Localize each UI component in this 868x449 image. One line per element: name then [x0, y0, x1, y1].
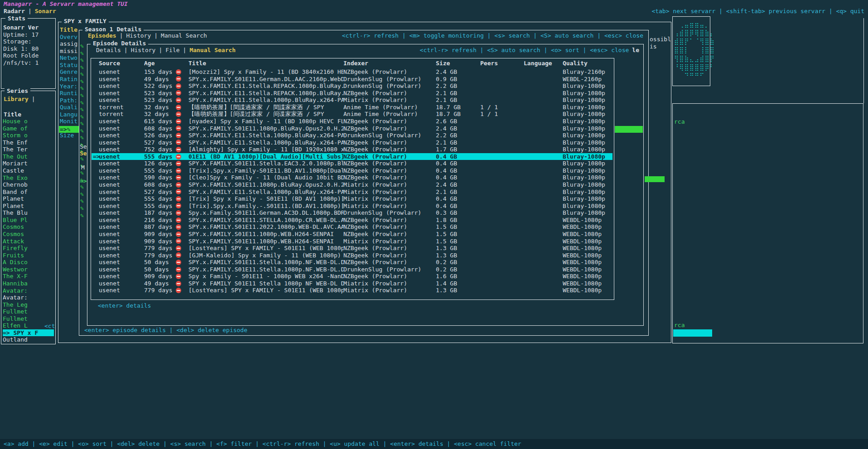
series-list-item[interactable]: Moriart [3, 160, 54, 167]
table-row[interactable]: usenet522 daysSPY.x.FAMILY.E11.Stella.RE… [92, 82, 612, 90]
table-row[interactable]: usenet608 daysSPY.x.FAMILY.S01E11.1080p.… [92, 125, 612, 132]
table-row[interactable]: usenet50 daysSPY.x.FAMILY.S01E11.Stella.… [92, 259, 612, 266]
table-row[interactable]: usenet49 daysSPY x FAMILY S01E11 Stella … [92, 280, 612, 287]
series-list-item[interactable]: Hanniba [3, 280, 54, 287]
series-list-item[interactable]: Firefly [3, 245, 54, 252]
tab-manual-search[interactable]: Manual Search [189, 47, 236, 54]
cell-indexer: NZBgeek (Prowlarr) [343, 146, 436, 153]
table-row[interactable]: usenet527 daysSPY.x.FAMILY.E11.Stella.10… [92, 139, 612, 146]
table-row[interactable]: usenet526 daysSPY.x.FAMILY.E11.Stella.10… [92, 132, 612, 139]
table-row[interactable]: usenet50 daysSPY.x.FAMILY.S01E11.Stella.… [92, 266, 612, 273]
table-row[interactable]: usenet555 days[Trix] Spy x Family - S01E… [92, 195, 612, 203]
cell-source: usenet [99, 245, 144, 252]
tab-sonarr[interactable]: Sonarr [35, 8, 56, 15]
series-list-item[interactable]: Cosmos [3, 223, 54, 231]
tab-history[interactable]: History [126, 32, 151, 39]
logo-dots-row: ⢠⣾⣿⡿⢿⣿⣷⡄ [674, 29, 715, 37]
table-row[interactable]: usenet49 daysSPY.x.FAMILY.S01E11.German.… [92, 76, 612, 83]
tab-manual-search[interactable]: Manual Search [161, 32, 207, 39]
servarr-tabs: Radarr | Sonarr [4, 8, 56, 15]
cell-title: Spy.x.Family.S01E11.German.AC3D.DL.1080p… [188, 209, 343, 217]
table-row[interactable]: usenet779 days[LostYears] SPY x FAMILY -… [92, 245, 612, 252]
cell-source: usenet [99, 195, 144, 203]
tab-library[interactable]: Library [4, 96, 29, 103]
series-list-item[interactable]: Fruits [3, 252, 54, 259]
cell-size: 0.4 GB [436, 160, 480, 167]
series-list-item[interactable]: Band of [3, 188, 54, 196]
table-row[interactable]: torrent32 days【喵萌奶茶屋】[間諜過家家 / 間諜家家酒 / SP… [92, 104, 612, 111]
occluded-selection-arrow: => [80, 178, 87, 185]
table-row[interactable]: usenet909 daysSPY.x.FAMILY.S01E11.1080p.… [92, 238, 612, 245]
cell-title: 【喵萌奶茶屋】[间谍过家家 / 间谍家家酒 / SPY [188, 111, 343, 118]
series-list-item[interactable]: Planet [3, 195, 54, 203]
table-row[interactable]: usenet752 days[Almighty] Spy x Family - … [92, 146, 612, 153]
series-list-item[interactable]: The Blu [3, 209, 54, 217]
series-list-item[interactable]: Avatar: [3, 294, 54, 301]
table-row[interactable]: =>usenet555 days01E11 (BD AV1 1080p)[Dua… [92, 153, 612, 160]
table-row[interactable]: usenet779 days[GJM-Kaleido] Spy x Family… [92, 252, 612, 259]
tab-history[interactable]: History [131, 47, 156, 54]
table-row[interactable]: usenet779 days[LostYears] SPY x FAMILY -… [92, 287, 612, 294]
table-row[interactable]: torrent32 days【喵萌奶茶屋】[间谍过家家 / 间谍家家酒 / SP… [92, 111, 612, 118]
cell-size: 2.1 GB [436, 139, 480, 146]
series-list-item[interactable]: Fullmet [3, 308, 54, 315]
cell-indexer: NZBgeek (Prowlarr) [343, 174, 436, 181]
cell-size: 2.1 GB [436, 97, 480, 104]
table-row[interactable]: usenet523 daysSPY.x.FAMILY.E11.Stella.10… [92, 97, 612, 104]
series-list-item[interactable]: Avatar: [3, 287, 54, 295]
series-list-item[interactable]: Outland [3, 336, 54, 343]
series-list-item[interactable]: Blue Pl [3, 217, 54, 224]
series-list-item[interactable]: The Exo [3, 174, 54, 182]
cell-pad [92, 104, 99, 111]
series-list-item[interactable]: Attack [3, 238, 54, 245]
series-list-item[interactable]: Chernob [3, 181, 54, 188]
table-row[interactable]: usenet909 daysSpy x Family - S01E11 - 10… [92, 273, 612, 280]
series-list-item[interactable]: The Ter [3, 146, 54, 153]
tab-radarr[interactable]: Radarr [4, 8, 25, 15]
cell-pad [92, 217, 99, 224]
table-row[interactable]: usenet523 daysSPY.x.FAMILY.E11.Stella.RE… [92, 90, 612, 97]
series-list-item[interactable]: A Disco [3, 259, 54, 266]
table-row[interactable]: usenet615 days[nyadex] Spy x Family - 11… [92, 118, 612, 125]
cell-age: 49 days [144, 280, 176, 287]
tab-details[interactable]: Details [96, 47, 121, 54]
series-list-item[interactable]: Game of [3, 125, 54, 132]
table-row[interactable]: usenet887 daysSPY.x.FAMILY.S01E11.2022.1… [92, 223, 612, 231]
series-list-item[interactable]: Westwor [3, 266, 54, 273]
table-row[interactable]: usenet126 daysSPY.X.FAMILY.S01E11.Stella… [92, 160, 612, 167]
cell-size: 2.2 GB [436, 82, 480, 90]
table-row[interactable]: usenet590 days[Cleo]Spy x Family - 11 (D… [92, 174, 612, 181]
cell-reject [176, 266, 188, 273]
table-row[interactable]: usenet187 daysSpy.x.Family.S01E11.German… [92, 209, 612, 217]
series-list-item[interactable]: The Leg [3, 301, 54, 309]
table-row[interactable]: usenet216 daysSPY.x.FAMILY.S01E11.STELLA… [92, 217, 612, 224]
series-list-item[interactable]: The Out [3, 153, 54, 160]
table-row[interactable]: usenet527 daysSPY.x.FAMILY.E11.Stella.10… [92, 188, 612, 196]
series-list-item[interactable]: Planet [3, 203, 54, 210]
tab-file[interactable]: File [165, 47, 179, 54]
series-list-item[interactable]: Storm o [3, 132, 54, 139]
table-row[interactable]: usenet153 days[Moozzi2] Spy x Family - 1… [92, 68, 612, 76]
series-list-item[interactable]: => SPY x F [3, 329, 54, 337]
series-list-item[interactable]: The X-F [3, 273, 54, 280]
table-row[interactable]: usenet555 days[Trix].Spy.x.Family-S01E11… [92, 167, 612, 174]
cell-peers [480, 90, 524, 97]
series-list-item[interactable]: Cosmos [3, 231, 54, 238]
series-list-item[interactable]: Fullmet [3, 315, 54, 323]
occluded-overview-fragment: is [650, 43, 671, 50]
table-row[interactable]: usenet555 days[Trix].Spy.x.Family.-.S01E… [92, 203, 612, 210]
cell-quality: Bluray-1080p [563, 139, 612, 146]
series-list-item[interactable]: The Enf [3, 139, 54, 146]
table-row[interactable]: usenet909 daysSPY.x.FAMILY.S01E11.1080p.… [92, 231, 612, 238]
table-row[interactable]: usenet608 daysSPY.x.FAMILY.S01E11.1080p.… [92, 181, 612, 188]
series-list-item[interactable]: House o [3, 118, 54, 125]
cell-language [524, 181, 563, 188]
cell-pad [92, 287, 99, 294]
rejected-icon [176, 281, 181, 286]
cell-source: usenet [99, 139, 144, 146]
cell-pad [92, 160, 99, 167]
episode-details-footer-keybinds: <enter> details [98, 302, 151, 309]
series-list-item[interactable]: Castle [3, 167, 54, 174]
tab-episodes[interactable]: Episodes [88, 32, 116, 39]
cell-peers [480, 68, 524, 76]
